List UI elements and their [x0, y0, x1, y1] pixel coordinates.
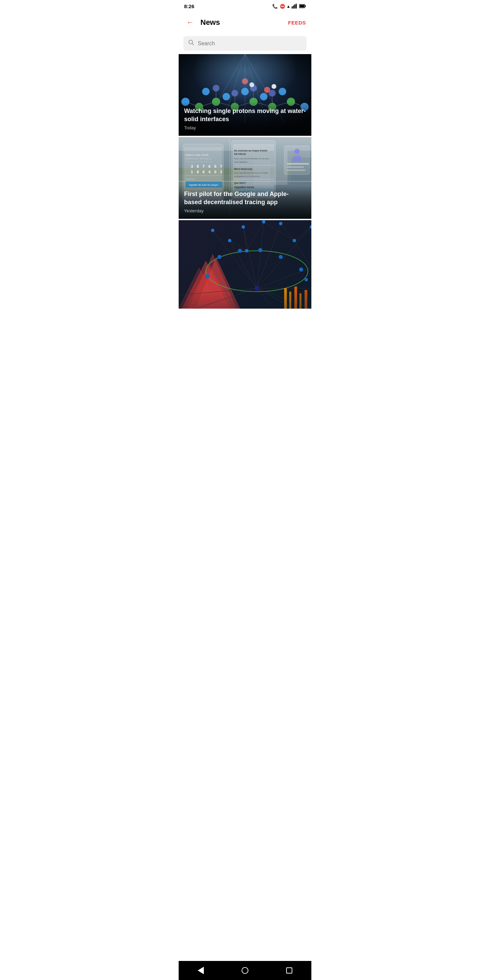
- svg-rect-62: [185, 162, 213, 162]
- svg-text:Entrer le code - NFU que au...: Entrer le code - NFU que au...: [185, 158, 213, 159]
- svg-rect-87: [293, 156, 301, 162]
- svg-rect-89: [287, 166, 304, 168]
- card-date-2: Yesterday: [184, 208, 306, 213]
- app-header: ← News FEEDS: [179, 12, 311, 33]
- svg-rect-65: [185, 175, 222, 176]
- svg-text:1 8 6  4 0 3: 1 8 6 4 0 3: [191, 170, 224, 174]
- svg-text:votre Appliweb: votre Appliweb: [234, 161, 248, 163]
- svg-rect-5: [305, 5, 306, 7]
- sim-icon: 📞: [272, 4, 278, 9]
- news-card-2[interactable]: Entrer le code COVID Entrer le code - NF…: [179, 137, 311, 219]
- svg-text:3 8 7  6 5 7: 3 8 7 6 5 7: [191, 164, 224, 169]
- back-arrow-icon: ←: [186, 18, 194, 27]
- recents-nav-icon: [286, 967, 292, 974]
- svg-text:Que faire?: Que faire?: [234, 182, 246, 185]
- news-card-1[interactable]: Watching single protons moving at water-…: [179, 54, 311, 136]
- card-title-1: Watching single protons moving at water-…: [184, 107, 306, 123]
- nav-recents-button[interactable]: [282, 964, 296, 977]
- back-nav-icon: [198, 967, 204, 974]
- svg-line-8: [192, 43, 194, 45]
- svg-text:été infecté: été infecté: [234, 153, 246, 155]
- news-card-3[interactable]: [179, 220, 311, 309]
- nav-back-button[interactable]: [194, 964, 208, 977]
- card-date-1: Today: [184, 125, 306, 130]
- card-overlay-2: First pilot for the Google and Apple-bas…: [179, 185, 311, 219]
- svg-text:SwissCov...: SwissCov...: [185, 178, 196, 180]
- nav-home-button[interactable]: [238, 964, 252, 977]
- status-bar: 8:26 📞 ⛔ ▴: [179, 0, 311, 12]
- status-icons: 📞 ⛔ ▴: [272, 3, 306, 9]
- status-time: 8:26: [184, 3, 194, 9]
- svg-text:Entrer le code COVID: Entrer le code COVID: [185, 154, 208, 156]
- search-container: [179, 33, 311, 54]
- svg-rect-79: [234, 179, 274, 179]
- card-overlay-1: Watching single protons moving at water-…: [179, 102, 311, 136]
- svg-text:propagation du Coronovirus...: propagation du Coronovirus...: [234, 175, 261, 177]
- header-left: ← News: [184, 16, 220, 29]
- signal-icon: [292, 4, 297, 8]
- back-button[interactable]: ←: [184, 16, 196, 29]
- svg-rect-139: [179, 220, 311, 309]
- svg-text:Merci beaucoup: Merci beaucoup: [234, 168, 252, 170]
- wifi-icon: ▴: [287, 3, 290, 9]
- card-title-2: First pilot for the Google and Apple-bas…: [184, 190, 306, 206]
- search-input[interactable]: [198, 40, 302, 47]
- news-list: Watching single protons moving at water-…: [179, 54, 311, 961]
- svg-rect-88: [287, 163, 309, 165]
- svg-rect-90: [287, 169, 305, 171]
- search-icon: [188, 40, 194, 47]
- network-visual: [179, 220, 311, 309]
- svg-text:Votre signalement est pris en : Votre signalement est pris en compte: [234, 172, 268, 174]
- bottom-navigation: [179, 961, 311, 980]
- feeds-button[interactable]: FEEDS: [288, 20, 306, 25]
- battery-icon: [299, 4, 306, 8]
- dnd-icon: ⛔: [280, 4, 285, 9]
- page-title: News: [200, 18, 220, 27]
- svg-text:Du nouveau au risque d'avoir: Du nouveau au risque d'avoir: [234, 150, 267, 152]
- svg-text:Nous vous due lla situation le: Nous vous due lla situation le cas pour: [234, 158, 269, 159]
- svg-rect-6: [300, 5, 305, 8]
- svg-rect-75: [234, 165, 274, 165]
- svg-rect-3: [296, 4, 297, 8]
- svg-rect-1: [293, 5, 294, 8]
- search-bar[interactable]: [183, 36, 307, 51]
- svg-rect-0: [292, 6, 293, 8]
- svg-point-86: [294, 149, 300, 154]
- svg-rect-2: [294, 5, 295, 8]
- home-nav-icon: [242, 967, 248, 974]
